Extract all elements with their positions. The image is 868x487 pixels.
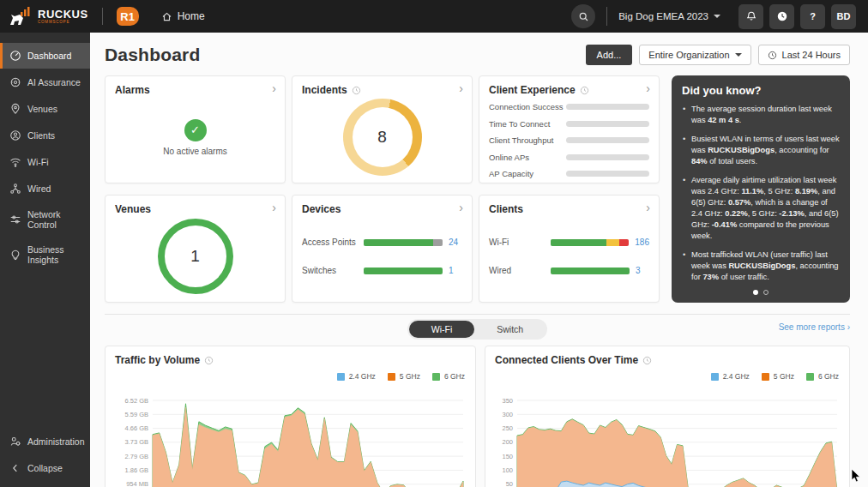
svg-text:150: 150	[502, 453, 513, 460]
did-you-know-list: The average session duration last week w…	[682, 104, 840, 283]
help-button[interactable]: ?	[800, 4, 825, 29]
org-scope-dropdown[interactable]: Entire Organization	[639, 45, 750, 65]
org-scope-label: Entire Organization	[648, 50, 729, 60]
clients-area-chart[interactable]: 350300250200150100500	[495, 395, 840, 487]
sidebar-item-label: Network Control	[27, 209, 85, 230]
devices-card: Devices › Access Points24Switches1	[292, 195, 473, 303]
sidebar-item-administration[interactable]: Administration	[0, 429, 90, 454]
svg-text:250: 250	[502, 424, 513, 432]
did-you-know-bullet: Most trafficked WLAN (user traffic) last…	[682, 250, 840, 283]
metric-label: Access Points	[302, 237, 364, 247]
experience-row: Connection Success	[489, 102, 649, 111]
metric-bar	[551, 268, 630, 274]
legend-item[interactable]: 2.4 GHz	[711, 372, 750, 381]
chevron-down-icon	[714, 15, 720, 18]
chart-type-tabs: Wi-Fi Switch	[407, 319, 547, 340]
alarms-status: No active alarms	[163, 147, 226, 156]
metric-value-link[interactable]: 3	[636, 266, 641, 275]
incidents-chevron-icon[interactable]: ›	[459, 82, 463, 94]
bar-segment	[364, 239, 433, 246]
activities-button[interactable]	[769, 4, 794, 29]
main-content: Dashboard Add... Entire Organization Las…	[90, 38, 868, 487]
user-avatar[interactable]: BD	[831, 4, 856, 29]
client-experience-rows: Connection SuccessTime To ConnectClient …	[489, 102, 649, 178]
client-experience-chevron-icon[interactable]: ›	[646, 82, 650, 94]
top-bar: RUCKUS COMMSCOPE R1 Home Big Dog EMEA 20…	[0, 0, 868, 33]
metric-value-link[interactable]: 186	[635, 237, 649, 247]
legend-swatch	[762, 373, 769, 381]
clients-chart-legend: 2.4 GHz5 GHz6 GHz	[711, 372, 839, 381]
legend-item[interactable]: 2.4 GHz	[337, 372, 376, 381]
metric-row: Wi-Fi186	[489, 237, 649, 247]
tab-switch[interactable]: Switch	[474, 321, 546, 338]
chevron-down-icon	[735, 53, 742, 57]
clients-chevron-icon[interactable]: ›	[646, 201, 650, 213]
sidebar-item-label: Business Insights	[27, 244, 85, 265]
incidents-title: Incidents	[302, 84, 347, 96]
sidebar-item-network-control[interactable]: Network Control	[0, 202, 90, 237]
org-dropdown[interactable]: Big Dog EMEA 2023	[618, 11, 720, 21]
mouse-cursor	[851, 468, 861, 484]
ai-assurance-icon	[9, 76, 21, 88]
legend-item[interactable]: 6 GHz	[432, 372, 465, 381]
clients-rows: Wi-Fi186Wired3	[489, 237, 649, 275]
incidents-donut-chart[interactable]: 8	[343, 99, 422, 176]
venues-ring-chart[interactable]: 1	[158, 219, 233, 294]
carousel-dot-2[interactable]	[763, 290, 769, 295]
devices-chevron-icon[interactable]: ›	[459, 201, 463, 213]
metric-value-link[interactable]: 1	[449, 266, 454, 275]
sidebar: DashboardAI AssuranceVenuesClientsWi-FiW…	[0, 33, 90, 487]
did-you-know-bullet: The average session duration last week w…	[682, 104, 840, 126]
breadcrumb-home[interactable]: Home	[161, 10, 205, 22]
r1-logo: R1	[117, 7, 139, 26]
gauge-icon	[9, 50, 21, 62]
alarms-chevron-icon[interactable]: ›	[272, 82, 276, 94]
legend-label: 2.4 GHz	[349, 372, 376, 381]
traffic-area-chart[interactable]: 6.52 GB5.59 GB4.66 GB3.73 GB2.79 GB1.86 …	[115, 395, 466, 487]
add-button[interactable]: Add...	[586, 45, 633, 65]
wifi-icon	[9, 156, 21, 168]
legend-item[interactable]: 5 GHz	[762, 372, 794, 381]
legend-item[interactable]: 6 GHz	[806, 372, 839, 381]
legend-label: 5 GHz	[400, 372, 420, 381]
metric-value-link[interactable]: 24	[449, 237, 458, 247]
venues-card: Venues › 1	[105, 195, 286, 303]
sidebar-item-wired[interactable]: Wired	[0, 176, 90, 201]
search-button[interactable]	[571, 4, 595, 28]
clients-title: Clients	[489, 203, 523, 215]
legend-item[interactable]: 5 GHz	[388, 372, 420, 381]
question-icon: ?	[810, 11, 816, 21]
sidebar-item-venues[interactable]: Venues	[0, 96, 90, 122]
tab-wifi[interactable]: Wi-Fi	[409, 321, 475, 338]
sidebar-item-ai-assurance[interactable]: AI Assurance	[0, 69, 90, 95]
notifications-button[interactable]	[738, 4, 763, 29]
sidebar-item-clients[interactable]: Clients	[0, 123, 90, 148]
sidebar-collapse-button[interactable]: Collapse	[0, 455, 90, 481]
experience-row: AP Capacity	[489, 169, 649, 178]
venues-title: Venues	[115, 203, 151, 215]
metric-label: Wi-Fi	[489, 237, 551, 247]
time-range-dropdown[interactable]: Last 24 Hours	[758, 45, 850, 65]
home-icon	[161, 11, 172, 22]
see-more-reports-link[interactable]: See more reports ›	[779, 322, 850, 332]
svg-text:350: 350	[502, 397, 513, 405]
sidebar-item-wi-fi[interactable]: Wi-Fi	[0, 149, 90, 175]
venues-pin-icon	[9, 103, 21, 115]
sidebar-nav: DashboardAI AssuranceVenuesClientsWi-FiW…	[0, 43, 90, 273]
sidebar-item-label: Wi-Fi	[27, 157, 49, 167]
venues-chevron-icon[interactable]: ›	[272, 201, 276, 213]
metric-row: Wired3	[489, 266, 649, 275]
alarms-title: Alarms	[115, 84, 150, 96]
sidebar-item-label: Dashboard	[27, 51, 71, 61]
experience-bar	[566, 121, 649, 127]
did-you-know-title: Did you know?	[682, 84, 840, 97]
wired-icon	[9, 183, 21, 195]
history-clock-icon	[352, 86, 361, 95]
admin-gear-person-icon	[9, 436, 21, 448]
sidebar-item-dashboard[interactable]: Dashboard	[0, 43, 90, 69]
chevron-left-icon	[9, 462, 21, 474]
sidebar-item-business-insights[interactable]: Business Insights	[0, 237, 90, 272]
check-icon: ✓	[184, 119, 207, 141]
traffic-by-volume-card: Traffic by Volume 2.4 GHz5 GHz6 GHz 6.52…	[105, 346, 476, 487]
carousel-dot-1[interactable]	[753, 290, 758, 295]
